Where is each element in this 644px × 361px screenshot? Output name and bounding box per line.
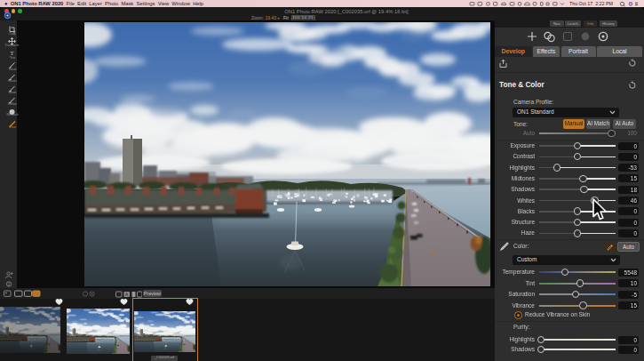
svg-text:T: T — [11, 50, 14, 56]
